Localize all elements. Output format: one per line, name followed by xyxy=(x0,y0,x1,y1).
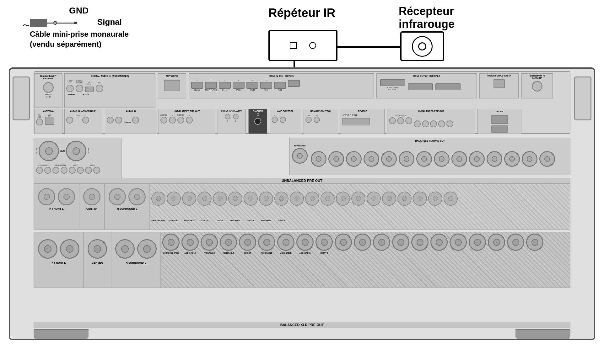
hdmi-in-6-port xyxy=(260,82,272,89)
remote-control-label: REMOTE CONTROL xyxy=(305,110,337,112)
hdmi-in-3: 3 Blu-ray xyxy=(219,79,231,91)
assign-bot-7: + xyxy=(277,234,294,251)
hdmi-in-5-sublabel: GAME2 xyxy=(250,89,255,91)
front-r-top-conn xyxy=(38,188,55,205)
hdmi-in-8-port xyxy=(288,80,300,87)
cable-tip xyxy=(74,22,77,24)
hdmi-in-1-port xyxy=(191,82,203,89)
ir-repeater-box xyxy=(268,30,337,61)
dc-out-1-num: 1 xyxy=(227,120,228,122)
port-cd: 2 CD xyxy=(96,82,103,92)
assign-top-14 xyxy=(351,192,365,206)
unbal-l-zone2-conn xyxy=(169,117,176,124)
assign-bot-2: + xyxy=(181,234,199,251)
xlr-row-4-label: 4 AUX2 xyxy=(90,164,95,166)
assign-bot-label-1: SURROUND BACK xyxy=(162,252,180,254)
phono-l xyxy=(107,117,114,124)
hdmi-in-label: HDMI IN 8K / HDCP2.3 xyxy=(190,75,373,77)
hdmi-in-2: 2 MEDIA PLAYER xyxy=(205,79,217,91)
center-bottom-conn: + xyxy=(88,239,107,259)
ir-repeater-dot-2 xyxy=(309,42,316,49)
assign-top-label-4: ASSIGNABLE xyxy=(244,220,258,222)
push-l-text: PUSH xyxy=(88,148,89,154)
dc-out-1 xyxy=(225,114,230,119)
assign-bot-3: + xyxy=(201,234,218,251)
port-cbl-sat: 1 CBL/SAT xyxy=(66,80,74,92)
phono-r xyxy=(115,117,122,124)
balanced-xlr-pre-out-section: BALANCED XLR PRE OUT SUBWOOFER xyxy=(289,138,570,175)
unbal-r-zone3: R ZONE3 xyxy=(177,114,184,124)
unbal-l-zone2-label: L xyxy=(172,114,173,116)
hdmi-in-6-sublabel: AUX1 xyxy=(264,89,268,91)
rs232c-straight-cable-label: STRAIGHT CABLE xyxy=(342,114,357,116)
assign-top-6 xyxy=(228,192,242,206)
bt-antenna-left-label: Bluetooth/Wi-FiANTENNA xyxy=(40,75,57,80)
bt-antenna-right-conn xyxy=(532,81,542,92)
xlr-row-4-l xyxy=(93,167,100,174)
dc-out-2 xyxy=(233,114,239,119)
amp-ctrl-2: 2 xyxy=(280,115,286,123)
assign-bot-18: + xyxy=(488,234,505,251)
audio-in-5cd: 5 CD xyxy=(76,115,80,124)
xlr-conn-1: + xyxy=(39,141,59,161)
power-supply-section: POWER SUPPLY 6V/1.5A xyxy=(479,73,519,98)
bal-xlr-conn-14-inner xyxy=(527,156,532,162)
assign-bot-1: + xyxy=(162,234,180,251)
rs232c-label: RS-232C xyxy=(342,110,383,112)
coaxial-label: COAXIAL xyxy=(67,93,75,95)
balanced-pre-out-bottom-row: + + R FRONT L + xyxy=(34,232,570,288)
assign-top-5 xyxy=(213,192,227,206)
bal-xlr-conn-7 xyxy=(399,151,414,167)
remote-in: IN xyxy=(305,115,312,123)
assign-bot-10: + xyxy=(335,234,352,251)
bal-sub-1-inner xyxy=(297,153,303,159)
ir-receiver-label: Récepteur infrarouge xyxy=(399,5,455,31)
remote-out: OUT xyxy=(314,115,320,123)
remote-in-conn xyxy=(305,117,312,123)
hdmi-in-7-port xyxy=(274,82,286,89)
bal-xlr-conn-14 xyxy=(522,151,537,167)
bal-xlr-conn-5 xyxy=(364,151,379,167)
ac-in-port xyxy=(491,115,508,124)
front-l-bottom-inner: + xyxy=(66,245,73,253)
assign-top-2 xyxy=(167,192,181,206)
hdmi-in-6: 6 AUX1 xyxy=(260,79,272,91)
center-top-label: CENTER xyxy=(86,207,97,210)
center-bottom-inner: + xyxy=(94,245,101,253)
network-label: NETWORK xyxy=(166,75,178,77)
assign-bot-label-2: FRONT WIDE xyxy=(201,252,218,254)
assign-top-label-5: ASSIGNABLE xyxy=(259,220,273,222)
unbal-r-zone2-conn xyxy=(160,117,167,124)
hdmi-in-2-label: 2 xyxy=(210,79,211,81)
port-cd-label: 2 CD xyxy=(98,82,101,84)
amp-ctrl-1: 1 xyxy=(272,115,278,123)
bal-xlr-conn-13-inner xyxy=(509,156,515,162)
dc-out-section: DC OUT 9V/150mA MAX 1 2 xyxy=(218,109,246,134)
audio-in-r-conn xyxy=(66,117,73,124)
xlr-row-3-l xyxy=(77,167,84,174)
assign-top-17 xyxy=(397,192,412,206)
phono-label: AUDIO IN xyxy=(106,110,156,112)
assign-top-4 xyxy=(197,192,212,206)
balanced-xlr-pre-out-bottom-label: BALANCED XLR PRE OUT xyxy=(34,322,570,328)
hdmi-in-3-port xyxy=(219,82,231,89)
unbal-r-zone2-label: R ZONE2 xyxy=(160,114,167,116)
unbal-right-sub-conn2 xyxy=(397,117,404,124)
surround-l-bottom-inner: + xyxy=(143,245,151,253)
ir-receiver-ring xyxy=(412,36,433,57)
front-l-top-inner xyxy=(63,194,70,200)
assign-bot-label-5: ASSIGNABLE xyxy=(296,252,314,254)
cable-illustration xyxy=(30,19,77,27)
phono-r-conn: R xyxy=(115,115,122,124)
front-bottom-label: R FRONT L xyxy=(51,261,66,264)
assign-bot-8: + xyxy=(296,234,314,251)
xlr-row-2-r xyxy=(52,167,59,174)
ir-receiver-to-repeater-line xyxy=(337,46,400,48)
assign-bot-label-4: ASSIGNABLE xyxy=(277,252,294,254)
xlr-row-1-label: R 1 CBL/SAT L xyxy=(38,164,49,166)
unbal-right-conn8 xyxy=(446,120,453,127)
port-cd-conn xyxy=(96,85,103,92)
hdmi-out-3-port xyxy=(435,83,461,90)
ac-in-port-2 xyxy=(491,125,508,133)
front-top-label: R FRONT L xyxy=(49,207,63,210)
